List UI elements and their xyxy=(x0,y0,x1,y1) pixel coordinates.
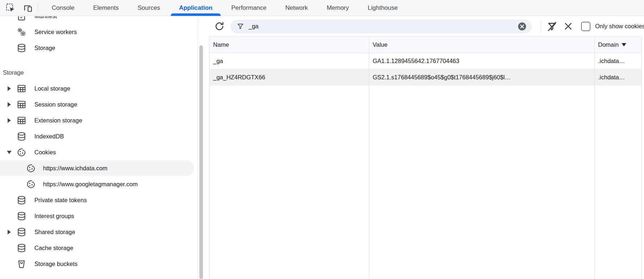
cell-name: _ga_HZ4RDGTX66 xyxy=(209,69,369,85)
cell-name: _ga xyxy=(209,53,369,69)
tab-label: Memory xyxy=(327,4,349,12)
sidebar-top-list: Manifest xyxy=(0,16,198,56)
sidebar-item-label: Storage xyxy=(34,45,55,51)
sidebar-item-indexeddb[interactable]: IndexedDB xyxy=(0,128,198,144)
tab-console[interactable]: Console xyxy=(42,0,84,16)
sidebar-item-label: https://www.ichdata.com xyxy=(43,165,107,172)
column-header-label: Domain xyxy=(598,41,619,48)
tab-lighthouse[interactable]: Lighthouse xyxy=(358,0,407,16)
sidebar-item-manifest[interactable]: Manifest xyxy=(0,16,198,24)
only-show-issue-checkbox[interactable] xyxy=(581,22,590,31)
panel-tabs: Console Elements Sources Application Per… xyxy=(42,0,407,16)
database-icon xyxy=(17,132,26,141)
sidebar-item-label: Local storage xyxy=(34,85,70,92)
cookie-icon xyxy=(17,147,26,157)
tab-label: Sources xyxy=(137,4,160,12)
sidebar-item-cookie-googletagmanager[interactable]: https://www.googletagmanager.com xyxy=(0,176,198,192)
tab-label: Performance xyxy=(231,4,266,12)
sidebar-item-cookie-ichdata[interactable]: https://www.ichdata.com xyxy=(0,160,194,176)
device-toolbar-icon[interactable] xyxy=(22,3,33,13)
cookies-toolbar: Only show cookies with an issue xyxy=(198,16,644,36)
sidebar-storage-list: Local storage xyxy=(0,80,198,272)
cell-value: GS2.1.s1768445689$o45$g0$t1768445689$j60… xyxy=(369,69,594,85)
tab-performance[interactable]: Performance xyxy=(222,0,276,16)
chevron-right-icon[interactable] xyxy=(6,86,12,91)
sidebar-item-extension-storage[interactable]: Extension storage xyxy=(0,112,198,128)
cookie-icon xyxy=(26,163,36,173)
sidebar-item-label: https://www.googletagmanager.com xyxy=(43,181,137,188)
sidebar-scrollbar-thumb[interactable] xyxy=(199,45,203,279)
chevron-down-icon[interactable] xyxy=(6,149,12,155)
refresh-icon[interactable] xyxy=(213,20,225,33)
sidebar-item-storage[interactable]: Storage xyxy=(0,40,198,56)
pane-divider[interactable] xyxy=(198,16,198,279)
tab-label: Console xyxy=(52,4,74,12)
tab-application[interactable]: Application xyxy=(170,0,222,16)
chevron-right-icon[interactable] xyxy=(6,229,12,235)
sidebar-item-label: Cookies xyxy=(34,149,56,156)
table-row[interactable]: _ga_HZ4RDGTX66 GS2.1.s1768445689$o45$g0$… xyxy=(209,69,641,86)
sidebar-item-local-storage[interactable]: Local storage xyxy=(0,80,198,96)
table-storage-icon xyxy=(17,100,26,109)
column-header-label: Name xyxy=(213,41,229,48)
database-icon xyxy=(17,211,26,221)
clear-filter-icon[interactable] xyxy=(546,20,558,33)
column-header-name[interactable]: Name xyxy=(209,37,369,53)
table-row[interactable]: _ga GA1.1.1289455642.1767704463 .ichdata… xyxy=(209,53,641,69)
sidebar-item-cookies[interactable]: Cookies xyxy=(0,144,198,160)
application-sidebar: Manifest xyxy=(0,16,198,279)
table-storage-icon xyxy=(17,116,26,125)
sidebar-item-shared-storage[interactable]: Shared storage xyxy=(0,224,198,240)
cell-domain: .ichdata… xyxy=(594,53,642,69)
sidebar-item-label: Manifest xyxy=(34,16,57,20)
cell-domain: .ichdata… xyxy=(594,69,642,85)
tab-label: Application xyxy=(179,4,213,12)
sidebar-item-interest-groups[interactable]: Interest groups xyxy=(0,208,198,224)
cookie-filter-pill xyxy=(230,20,532,33)
filter-funnel-icon xyxy=(237,22,244,30)
table-header-row: Name Value Domain xyxy=(209,37,641,53)
sidebar-item-label: Private state tokens xyxy=(34,197,87,204)
database-icon xyxy=(17,43,26,53)
only-show-issue-label: Only show cookies with an issue xyxy=(595,23,644,30)
toolbar-divider xyxy=(38,3,38,13)
sidebar-item-cache-storage[interactable]: Cache storage xyxy=(0,240,198,256)
column-header-label: Value xyxy=(373,41,387,48)
tab-elements[interactable]: Elements xyxy=(84,0,128,16)
tab-memory[interactable]: Memory xyxy=(317,0,358,16)
sidebar-section-storage: Storage xyxy=(0,64,198,80)
toolbar-divider xyxy=(541,20,541,33)
delete-all-icon[interactable] xyxy=(562,20,574,33)
chevron-right-icon[interactable] xyxy=(6,117,12,123)
devtools-tabbar: Console Elements Sources Application Per… xyxy=(0,0,644,16)
clear-filter-text-icon[interactable] xyxy=(517,21,528,32)
column-header-value[interactable]: Value xyxy=(369,37,594,53)
inspect-element-icon[interactable] xyxy=(5,3,16,13)
cookies-table: Name Value Domain _ga GA1.1.1289455642.1… xyxy=(209,36,642,279)
sort-descending-icon xyxy=(622,43,626,46)
sidebar-item-storage-buckets[interactable]: Storage buckets xyxy=(0,256,198,272)
sidebar-item-label: Extension storage xyxy=(34,117,82,124)
chevron-right-icon[interactable] xyxy=(6,101,12,107)
table-storage-icon xyxy=(17,84,26,93)
database-icon xyxy=(17,243,26,253)
sidebar-item-label: Cache storage xyxy=(34,245,73,251)
sidebar-item-session-storage[interactable]: Session storage xyxy=(0,96,198,112)
sidebar-item-label: Service workers xyxy=(34,29,77,36)
tab-label: Network xyxy=(285,4,308,12)
tab-label: Elements xyxy=(93,4,119,12)
bucket-icon xyxy=(17,259,26,269)
sidebar-item-label: IndexedDB xyxy=(34,133,64,140)
cookie-filter-input[interactable] xyxy=(249,23,517,30)
cell-value: GA1.1.1289455642.1767704463 xyxy=(369,53,594,69)
tab-network[interactable]: Network xyxy=(276,0,317,16)
cookie-icon xyxy=(26,179,36,189)
sidebar-item-private-state-tokens[interactable]: Private state tokens xyxy=(0,192,198,208)
tab-label: Lighthouse xyxy=(368,4,398,12)
column-header-domain[interactable]: Domain xyxy=(594,37,642,53)
service-workers-icon xyxy=(17,27,26,37)
sidebar-item-label: Storage buckets xyxy=(34,261,77,267)
devtools-toolbar-icons xyxy=(0,3,42,13)
tab-sources[interactable]: Sources xyxy=(128,0,169,16)
sidebar-item-service-workers[interactable]: Service workers xyxy=(0,24,198,40)
